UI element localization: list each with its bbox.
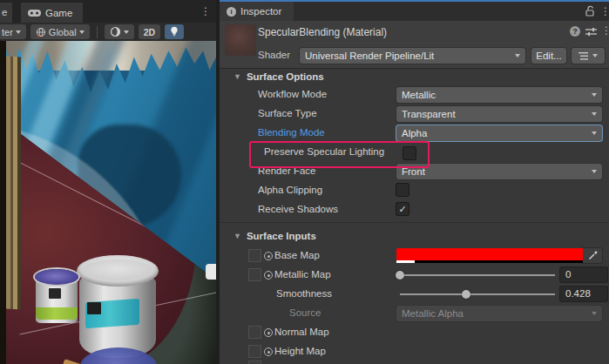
surface-type-value: Transparent	[396, 109, 592, 119]
pivot-label: ter	[2, 27, 13, 37]
surface-options-foldout[interactable]: ▼ Surface Options	[220, 68, 609, 85]
metallic-map-value-field[interactable]: 0	[560, 267, 607, 282]
preset-icon[interactable]	[585, 27, 597, 37]
blending-mode-dropdown[interactable]: Alpha	[396, 125, 602, 141]
object-picker-icon[interactable]	[264, 271, 273, 280]
surface-inputs-foldout[interactable]: ▼ Surface Inputs	[220, 223, 609, 246]
row-workflow-mode: Workflow Mode Metallic	[220, 85, 609, 104]
row-metallic-map: Metallic Map 0	[220, 266, 609, 285]
source-dropdown: Metallic Alpha	[396, 306, 602, 321]
2d-label: 2D	[144, 27, 155, 37]
list-menu-icon	[579, 52, 588, 60]
chevron-down-icon	[16, 30, 21, 34]
blending-mode-value: Alpha	[396, 128, 592, 138]
orientation-label: Global	[49, 27, 77, 37]
edit-button-label: Edit...	[536, 51, 561, 61]
game-viewport[interactable]	[0, 41, 216, 364]
base-map-color-field[interactable]	[396, 248, 602, 263]
tab-inspector[interactable]: i Inspector	[220, 2, 294, 21]
tab-scene-partial[interactable]: e	[0, 3, 12, 23]
foldout-arrow-icon: ▼	[233, 232, 241, 240]
chevron-down-icon	[124, 30, 129, 34]
height-map-label: Height Map	[274, 346, 326, 356]
row-height-map: Height Map	[220, 342, 609, 361]
object-picker-icon[interactable]	[264, 328, 273, 337]
chevron-down-icon	[592, 112, 597, 116]
game-kebab-menu-icon[interactable]: ⋮	[200, 6, 211, 17]
alpha-bar	[396, 260, 583, 263]
scene-object-sliver	[206, 264, 216, 280]
globe-icon	[36, 27, 46, 37]
receive-shadows-checkbox[interactable]: ✓	[396, 203, 409, 215]
scene-ladder	[6, 56, 21, 309]
row-render-face: Render Face Front	[220, 162, 609, 181]
inspector-kebab-menu-icon[interactable]: ⋮	[600, 6, 609, 17]
source-value: Metallic Alpha	[396, 308, 592, 319]
base-map-texture-slot[interactable]	[248, 249, 261, 262]
alpha-clipping-checkbox[interactable]	[396, 184, 409, 196]
render-face-dropdown[interactable]: Front	[396, 164, 602, 179]
workflow-mode-dropdown[interactable]: Metallic	[396, 87, 602, 103]
chevron-down-icon	[592, 93, 597, 97]
next-texture-slot-partial[interactable]	[248, 361, 261, 364]
smoothness-value-field[interactable]: 0.428	[560, 286, 607, 301]
row-preserve-specular-lighting: Preserve Specular Lighting	[220, 143, 609, 162]
foldout-arrow-icon: ▼	[233, 72, 241, 81]
alpha-clipping-label: Alpha Clipping	[258, 185, 322, 195]
material-preview-thumbnail[interactable]	[225, 24, 256, 56]
2d-toggle-button[interactable]: 2D	[139, 24, 160, 39]
metallic-map-texture-slot[interactable]	[248, 268, 261, 281]
row-base-map: Base Map	[220, 246, 609, 266]
scene-paint-bucket	[77, 255, 159, 361]
slider-handle[interactable]	[462, 290, 470, 299]
gamepad-icon	[28, 9, 41, 17]
base-map-color-swatch[interactable]	[396, 248, 583, 263]
toolbar-separator	[97, 26, 98, 38]
row-source: Source Metallic Alpha	[220, 304, 609, 323]
shader-list-button[interactable]	[572, 48, 605, 64]
shader-value: Universal Render Pipeline/Lit	[300, 51, 515, 61]
game-tab-bar: e Game ⋮	[0, 0, 216, 23]
orientation-dropdown[interactable]: Global	[30, 24, 90, 39]
material-kebab-menu-icon[interactable]: ⋮	[601, 25, 609, 36]
shading-mode-dropdown[interactable]	[105, 24, 134, 39]
row-alpha-clipping: Alpha Clipping	[220, 181, 609, 200]
height-map-texture-slot[interactable]	[248, 345, 261, 358]
row-surface-type: Surface Type Transparent	[220, 104, 609, 124]
chevron-down-icon	[79, 30, 85, 34]
tab-inspector-label: Inspector	[240, 6, 281, 17]
workflow-mode-label: Workflow Mode	[258, 89, 327, 99]
metallic-map-label: Metallic Map	[274, 269, 331, 280]
game-panel: e Game ⋮ ter Global 2D	[0, 0, 216, 364]
lighting-toggle-button[interactable]	[165, 24, 184, 39]
render-face-label: Render Face	[258, 165, 315, 176]
tab-game[interactable]: Game	[21, 3, 83, 23]
source-label: Source	[289, 307, 321, 318]
scene-paint-can	[35, 269, 78, 325]
receive-shadows-label: Receive Shadows	[258, 204, 338, 214]
inspector-tab-bar: i Inspector ⋮	[220, 2, 609, 21]
eyedropper-icon[interactable]	[583, 248, 602, 263]
smoothness-slider[interactable]	[400, 293, 555, 295]
help-icon[interactable]: ?	[570, 26, 580, 37]
metallic-map-slider[interactable]	[400, 274, 555, 276]
shader-label: Shader	[258, 50, 290, 60]
shader-edit-button[interactable]: Edit...	[531, 48, 566, 64]
inspector-panel: i Inspector ⋮ SpecularBlending (Material…	[220, 0, 609, 364]
object-picker-icon[interactable]	[264, 252, 273, 260]
surface-inputs-title: Surface Inputs	[247, 231, 316, 241]
slider-handle[interactable]	[396, 271, 404, 280]
normal-map-texture-slot[interactable]	[248, 326, 261, 339]
chevron-down-icon	[592, 54, 598, 57]
shader-dropdown[interactable]: Universal Render Pipeline/Lit	[300, 48, 525, 64]
row-blending-mode: Blending Mode Alpha	[220, 124, 609, 143]
chevron-down-icon	[592, 170, 597, 173]
pivot-dropdown[interactable]: ter	[0, 24, 26, 39]
preserve-specular-checkbox[interactable]	[403, 147, 416, 159]
scene-toolbar: ter Global 2D	[0, 23, 216, 41]
surface-type-dropdown[interactable]: Transparent	[396, 106, 602, 122]
unity-editor: { "colors": { "panel_bg": "#383838", "fi…	[0, 0, 609, 364]
lock-icon[interactable]	[585, 5, 595, 17]
object-picker-icon[interactable]	[264, 347, 273, 356]
surface-options-title: Surface Options	[247, 71, 324, 82]
